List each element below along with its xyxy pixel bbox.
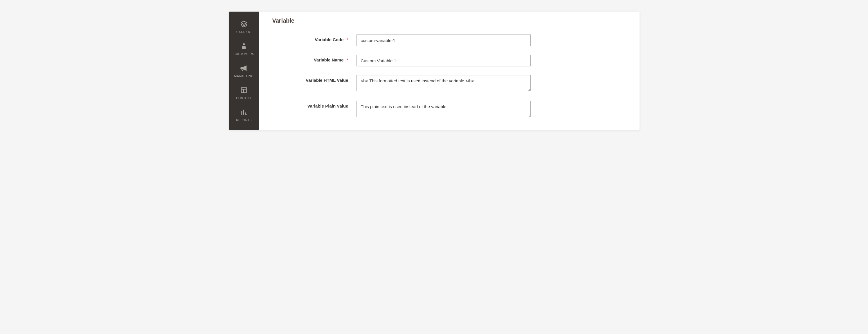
variable-plain-value-textarea[interactable]	[356, 101, 531, 117]
variable-html-value-textarea[interactable]	[356, 75, 531, 91]
field-label: Variable Name	[314, 57, 344, 62]
field-input-col	[356, 101, 531, 118]
field-label: Variable HTML Value	[306, 78, 348, 82]
sidebar-item-label: CUSTOMERS	[234, 52, 254, 56]
marketing-icon	[240, 64, 248, 72]
sidebar-item-reports[interactable]: REPORTS	[229, 104, 259, 126]
reports-icon	[240, 108, 248, 116]
main-content: Variable Variable Code * Variable Name *	[259, 11, 640, 130]
variable-edit-panel: CATALOG CUSTOMERS MARKETING CONTENT REPO	[229, 11, 640, 130]
page-title: Variable	[272, 18, 626, 24]
field-row-variable-code: Variable Code *	[272, 34, 626, 46]
catalog-icon	[240, 20, 248, 28]
field-label-col: Variable Name *	[272, 55, 356, 62]
field-row-variable-html-value: Variable HTML Value	[272, 75, 626, 92]
sidebar-item-marketing[interactable]: MARKETING	[229, 60, 259, 82]
field-row-variable-name: Variable Name *	[272, 55, 626, 66]
sidebar-item-content[interactable]: CONTENT	[229, 82, 259, 104]
field-label-col: Variable Plain Value	[272, 101, 356, 108]
sidebar-item-label: CATALOG	[236, 30, 251, 34]
sidebar-item-label: REPORTS	[236, 118, 252, 122]
field-input-col	[356, 34, 531, 46]
sidebar-item-label: MARKETING	[234, 74, 254, 78]
variable-name-input[interactable]	[356, 55, 531, 66]
field-input-col	[356, 55, 531, 66]
required-marker: *	[347, 57, 348, 62]
field-label-col: Variable HTML Value	[272, 75, 356, 82]
field-input-col	[356, 75, 531, 92]
field-label: Variable Plain Value	[307, 103, 348, 108]
sidebar-item-label: CONTENT	[236, 96, 252, 100]
required-marker: *	[347, 37, 348, 42]
customers-icon	[240, 42, 248, 51]
sidebar-item-customers[interactable]: CUSTOMERS	[229, 38, 259, 60]
sidebar-item-catalog[interactable]: CATALOG	[229, 15, 259, 38]
content-icon	[240, 86, 248, 95]
field-label-col: Variable Code *	[272, 34, 356, 42]
field-row-variable-plain-value: Variable Plain Value	[272, 101, 626, 118]
field-label: Variable Code	[315, 37, 343, 42]
variable-code-input[interactable]	[356, 34, 531, 46]
admin-sidebar: CATALOG CUSTOMERS MARKETING CONTENT REPO	[229, 11, 259, 130]
